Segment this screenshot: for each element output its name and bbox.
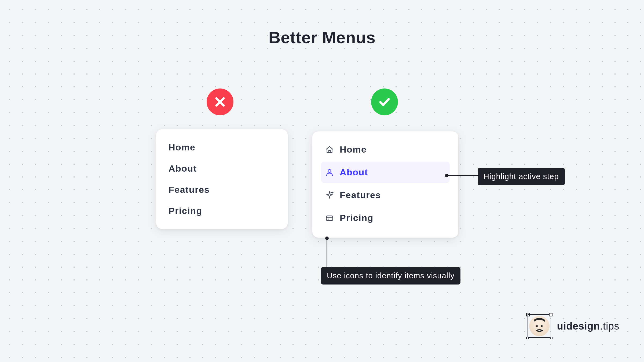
menu-item-label: Features	[340, 190, 381, 200]
menu-item-about[interactable]: About	[321, 162, 450, 183]
menu-item-home[interactable]: Home	[165, 137, 279, 158]
avatar	[528, 314, 551, 338]
menu-item-label: About	[340, 167, 368, 178]
brand-thin: .tips	[600, 320, 619, 332]
svg-point-0	[328, 169, 331, 172]
menu-item-label: Pricing	[340, 213, 374, 223]
footer-text: uidesign.tips	[557, 320, 619, 332]
footer-brand: uidesign.tips	[528, 314, 619, 338]
menu-item-features[interactable]: Features	[165, 179, 279, 200]
check-icon	[378, 96, 391, 108]
tooltip-highlight: Highlight active step	[478, 168, 565, 185]
menu-item-about[interactable]: About	[165, 158, 279, 179]
menu-card-bad: Home About Features Pricing	[156, 129, 288, 229]
home-icon	[325, 145, 334, 154]
right-badge	[371, 88, 398, 115]
svg-rect-1	[326, 216, 333, 220]
menu-item-label: Pricing	[169, 206, 202, 216]
menu-item-home[interactable]: Home	[321, 139, 450, 160]
wrong-badge	[207, 88, 233, 115]
menu-item-pricing[interactable]: Pricing	[321, 207, 450, 228]
connector-line	[448, 175, 478, 176]
menu-item-label: Features	[169, 184, 210, 195]
brand-bold: uidesign	[557, 320, 600, 332]
user-icon	[325, 168, 334, 177]
menu-item-pricing[interactable]: Pricing	[165, 200, 279, 221]
card-icon	[325, 214, 334, 222]
x-icon	[214, 96, 226, 108]
menu-item-label: About	[169, 163, 197, 174]
menu-item-features[interactable]: Features	[321, 184, 450, 206]
menu-item-label: Home	[169, 142, 195, 153]
tooltip-icons: Use icons to identify items visually	[321, 267, 460, 285]
avatar-face-icon	[529, 316, 550, 336]
menu-card-good: Home About Features Pricing	[312, 131, 458, 238]
menu-item-label: Home	[340, 144, 367, 155]
svg-point-2	[536, 325, 537, 327]
page-title: Better Menus	[0, 28, 644, 47]
sparkle-icon	[325, 191, 334, 200]
connector-line	[327, 238, 327, 269]
svg-point-3	[541, 325, 542, 327]
